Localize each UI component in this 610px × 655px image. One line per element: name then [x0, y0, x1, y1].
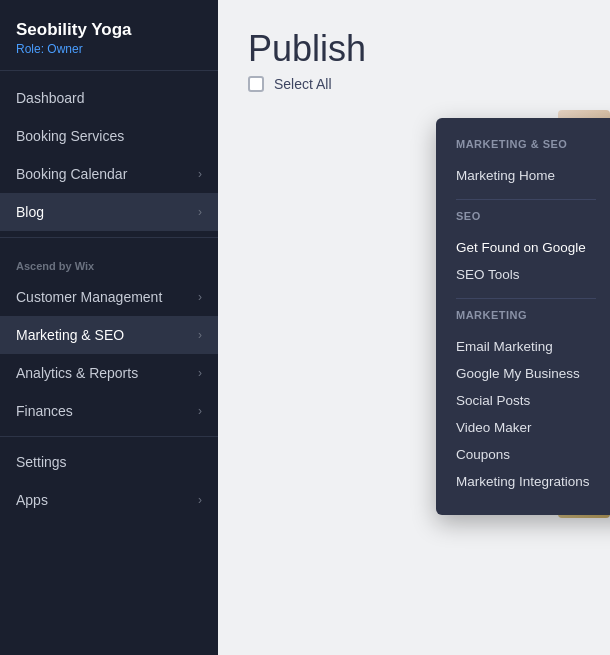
chevron-right-icon: ›: [198, 167, 202, 181]
chevron-right-icon: ›: [198, 290, 202, 304]
sidebar-nav: Dashboard Booking Services Booking Calen…: [0, 71, 218, 655]
dropdown-section-seo: SEO Get Found on Google SEO Tools: [456, 210, 596, 299]
dropdown-item-coupons[interactable]: Coupons: [456, 441, 596, 468]
nav-divider: [0, 237, 218, 238]
sidebar: Seobility Yoga Role: Owner Dashboard Boo…: [0, 0, 218, 655]
dropdown-item-marketing-home[interactable]: Marketing Home: [456, 162, 596, 189]
marketing-seo-dropdown: Marketing & SEO Marketing Home SEO Get F…: [436, 118, 610, 515]
sidebar-item-apps[interactable]: Apps ›: [0, 481, 218, 519]
chevron-right-icon: ›: [198, 493, 202, 507]
dropdown-item-marketing-integrations[interactable]: Marketing Integrations: [456, 468, 596, 495]
dropdown-item-video-maker[interactable]: Video Maker: [456, 414, 596, 441]
dropdown-item-seo-tools[interactable]: SEO Tools: [456, 261, 596, 288]
sidebar-item-analytics-reports[interactable]: Analytics & Reports ›: [0, 354, 218, 392]
dropdown-item-get-found-google[interactable]: Get Found on Google: [456, 234, 596, 261]
select-all-row: Select All: [228, 76, 610, 92]
dropdown-section-title-seo: SEO: [456, 210, 596, 222]
dropdown-item-email-marketing[interactable]: Email Marketing: [456, 333, 596, 360]
sidebar-item-customer-management[interactable]: Customer Management ›: [0, 278, 218, 316]
dropdown-item-social-posts[interactable]: Social Posts: [456, 387, 596, 414]
page-title: Publish: [248, 28, 580, 70]
sidebar-item-dashboard[interactable]: Dashboard: [0, 79, 218, 117]
sidebar-item-settings[interactable]: Settings: [0, 443, 218, 481]
sidebar-item-finances[interactable]: Finances ›: [0, 392, 218, 430]
dropdown-section-marketing-seo: Marketing & SEO Marketing Home: [456, 138, 596, 200]
chevron-right-icon: ›: [198, 404, 202, 418]
dropdown-divider-2: [456, 298, 596, 299]
dropdown-section-title-marketing: Marketing & SEO: [456, 138, 596, 150]
select-all-checkbox[interactable]: [248, 76, 264, 92]
sidebar-item-blog[interactable]: Blog ›: [0, 193, 218, 231]
sidebar-item-booking-services[interactable]: Booking Services: [0, 117, 218, 155]
brand-name: Seobility Yoga: [16, 20, 202, 40]
dropdown-section-title-mkt: Marketing: [456, 309, 596, 321]
dropdown-section-marketing: Marketing Email Marketing Google My Busi…: [456, 309, 596, 495]
select-all-label[interactable]: Select All: [274, 76, 332, 92]
dropdown-item-google-my-business[interactable]: Google My Business: [456, 360, 596, 387]
sidebar-brand: Seobility Yoga Role: Owner: [0, 0, 218, 71]
ascend-label: Ascend by Wix: [0, 244, 218, 278]
chevron-right-icon: ›: [198, 205, 202, 219]
main-content: Publish Select All Marketing & SEO Marke…: [218, 0, 610, 655]
sidebar-item-booking-calendar[interactable]: Booking Calendar ›: [0, 155, 218, 193]
dropdown-divider-1: [456, 199, 596, 200]
nav-divider-2: [0, 436, 218, 437]
brand-role: Role: Owner: [16, 42, 202, 56]
sidebar-item-marketing-seo[interactable]: Marketing & SEO ›: [0, 316, 218, 354]
chevron-right-icon: ›: [198, 366, 202, 380]
dropdown-col-left: Marketing & SEO Marketing Home SEO Get F…: [436, 138, 610, 499]
chevron-right-icon: ›: [198, 328, 202, 342]
